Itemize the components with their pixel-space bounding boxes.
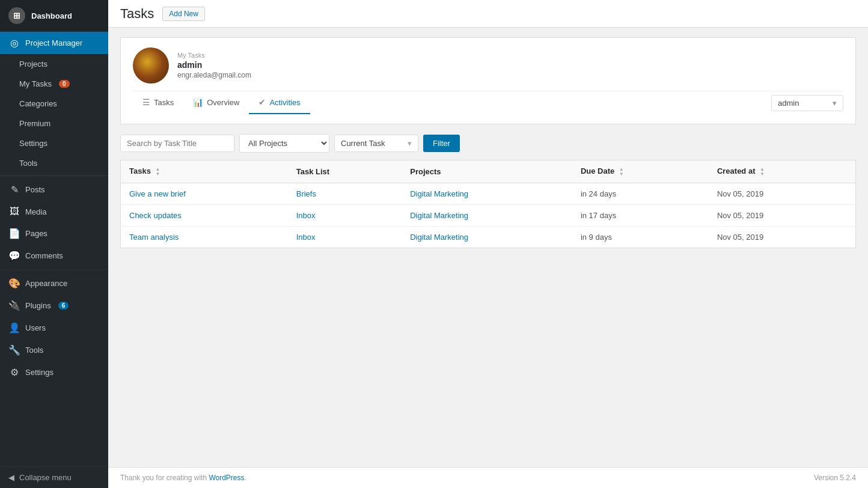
task-link-0[interactable]: Give a new brief bbox=[129, 189, 186, 198]
task-list-link-2[interactable]: Inbox bbox=[296, 233, 316, 242]
pages-icon: 📄 bbox=[8, 228, 20, 239]
sidebar-item-project-manager[interactable]: ◎ Project Manager bbox=[0, 32, 108, 54]
appearance-icon: 🎨 bbox=[8, 278, 20, 289]
filter-bar: All Projects Current Task ▾ Filter bbox=[120, 134, 856, 153]
sidebar-item-premium[interactable]: Premium bbox=[0, 114, 108, 133]
sidebar-comments-label: Comments bbox=[25, 251, 63, 260]
sidebar-item-pages[interactable]: 📄 Pages bbox=[0, 222, 108, 245]
admin-dropdown[interactable]: admin ▾ bbox=[771, 95, 843, 111]
cell-created-at-0: Nov 05, 2019 bbox=[709, 183, 856, 204]
sidebar-item-users[interactable]: 👤 Users bbox=[0, 317, 108, 339]
sidebar-categories-label: Categories bbox=[19, 99, 57, 108]
project-link-2[interactable]: Digital Marketing bbox=[410, 233, 468, 242]
cell-task-list-1: Inbox bbox=[288, 204, 402, 226]
tab-overview-label: Overview bbox=[207, 98, 239, 107]
sidebar-premium-label: Premium bbox=[19, 119, 50, 128]
tasks-tab-icon: ☰ bbox=[142, 97, 150, 107]
profile-card: My Tasks admin engr.aleda@gmail.com ☰ Ta… bbox=[120, 37, 856, 124]
footer: Thank you for creating with WordPress. V… bbox=[108, 467, 868, 488]
sidebar-item-appearance[interactable]: 🎨 Appearance bbox=[0, 272, 108, 294]
project-link-1[interactable]: Digital Marketing bbox=[410, 211, 468, 220]
col-tasks[interactable]: Tasks ▲▼ bbox=[121, 160, 288, 183]
dashboard-icon: ⊞ bbox=[8, 7, 25, 24]
sidebar-plugins-label: Plugins bbox=[25, 301, 51, 310]
sidebar-item-dashboard[interactable]: ⊞ Dashboard bbox=[0, 0, 108, 32]
task-status-chevron-icon: ▾ bbox=[408, 139, 412, 148]
sidebar-divider-1 bbox=[0, 175, 108, 176]
col-due-date[interactable]: Due Date ▲▼ bbox=[572, 160, 709, 183]
sidebar-pages-label: Pages bbox=[25, 229, 47, 238]
cell-created-at-2: Nov 05, 2019 bbox=[709, 226, 856, 248]
table-body: Give a new brief Briefs Digital Marketin… bbox=[121, 183, 856, 248]
admin-dropdown-value: admin bbox=[778, 99, 799, 108]
sidebar-item-settings-pm[interactable]: Settings bbox=[0, 133, 108, 153]
tab-tasks-label: Tasks bbox=[154, 98, 174, 107]
collapse-arrow-icon: ◀ bbox=[8, 473, 14, 482]
sidebar-users-label: Users bbox=[25, 323, 46, 332]
task-status-label: Current Task bbox=[341, 139, 385, 148]
sidebar-item-settings[interactable]: ⚙ Settings bbox=[0, 361, 108, 383]
sidebar-divider-2 bbox=[0, 269, 108, 270]
sidebar-appearance-label: Appearance bbox=[25, 279, 67, 288]
sidebar-item-posts[interactable]: ✎ Posts bbox=[0, 178, 108, 201]
task-status-select[interactable]: Current Task ▾ bbox=[334, 135, 418, 152]
tasks-sort-icon: ▲▼ bbox=[156, 167, 160, 177]
sidebar: ⊞ Dashboard ◎ Project Manager Projects M… bbox=[0, 0, 108, 488]
col-task-list[interactable]: Task List bbox=[288, 160, 402, 183]
settings-icon: ⚙ bbox=[8, 367, 20, 378]
cell-task-list-2: Inbox bbox=[288, 226, 402, 248]
profile-section-label: My Tasks bbox=[177, 52, 251, 59]
sidebar-my-tasks-label: My Tasks bbox=[19, 79, 52, 88]
task-link-2[interactable]: Team analysis bbox=[129, 233, 179, 242]
cell-task-1: Check updates bbox=[121, 204, 288, 226]
tab-activities[interactable]: ✔ Activities bbox=[249, 91, 310, 114]
version-text: Version 5.2.4 bbox=[814, 474, 856, 482]
sidebar-spacer bbox=[0, 383, 108, 466]
sidebar-media-label: Media bbox=[25, 207, 46, 216]
profile-email: engr.aleda@gmail.com bbox=[177, 71, 251, 79]
table-header: Tasks ▲▼ Task List Projects Due Date ▲▼ bbox=[121, 160, 856, 183]
sidebar-item-categories[interactable]: Categories bbox=[0, 94, 108, 114]
tasks-table: Tasks ▲▼ Task List Projects Due Date ▲▼ bbox=[120, 160, 856, 248]
profile-name: admin bbox=[177, 60, 251, 70]
add-new-button[interactable]: Add New bbox=[162, 7, 205, 21]
cell-task-0: Give a new brief bbox=[121, 183, 288, 204]
cell-due-date-1: in 17 days bbox=[572, 204, 709, 226]
sidebar-item-projects[interactable]: Projects bbox=[0, 54, 108, 74]
tab-activities-label: Activities bbox=[269, 98, 300, 107]
profile-info: My Tasks admin engr.aleda@gmail.com bbox=[177, 52, 251, 79]
collapse-menu-button[interactable]: ◀ Collapse menu bbox=[0, 466, 108, 488]
sidebar-item-tools-pm[interactable]: Tools bbox=[0, 153, 108, 173]
sidebar-item-media[interactable]: 🖼 Media bbox=[0, 201, 108, 222]
project-manager-icon: ◎ bbox=[8, 37, 20, 49]
sidebar-item-plugins[interactable]: 🔌 Plugins 6 bbox=[0, 294, 108, 317]
cell-task-list-0: Briefs bbox=[288, 183, 402, 204]
col-projects[interactable]: Projects bbox=[402, 160, 572, 183]
task-list-link-1[interactable]: Inbox bbox=[296, 211, 316, 220]
chevron-down-icon: ▾ bbox=[833, 99, 837, 108]
filter-button[interactable]: Filter bbox=[423, 135, 460, 152]
tab-overview[interactable]: 📊 Overview bbox=[183, 91, 249, 114]
tab-tasks[interactable]: ☰ Tasks bbox=[133, 91, 183, 114]
profile-top: My Tasks admin engr.aleda@gmail.com bbox=[133, 47, 843, 84]
projects-select[interactable]: All Projects bbox=[239, 134, 329, 153]
cell-created-at-1: Nov 05, 2019 bbox=[709, 204, 856, 226]
topbar: Tasks Add New bbox=[108, 0, 868, 28]
cell-due-date-2: in 9 days bbox=[572, 226, 709, 248]
wordpress-link[interactable]: WordPress bbox=[209, 474, 244, 482]
sidebar-project-manager-label: Project Manager bbox=[25, 38, 82, 47]
page-title: Tasks bbox=[120, 7, 154, 20]
col-created-at[interactable]: Created at ▲▼ bbox=[709, 160, 856, 183]
sidebar-item-tools[interactable]: 🔧 Tools bbox=[0, 339, 108, 361]
search-input[interactable] bbox=[120, 135, 234, 152]
tools-icon: 🔧 bbox=[8, 344, 20, 356]
task-link-1[interactable]: Check updates bbox=[129, 211, 182, 220]
task-list-link-0[interactable]: Briefs bbox=[296, 189, 316, 198]
users-icon: 👤 bbox=[8, 322, 20, 334]
overview-tab-icon: 📊 bbox=[193, 97, 203, 107]
project-link-0[interactable]: Digital Marketing bbox=[410, 189, 468, 198]
sidebar-item-my-tasks[interactable]: My Tasks 0 bbox=[0, 74, 108, 94]
activities-tab-icon: ✔ bbox=[258, 97, 266, 107]
sidebar-item-comments[interactable]: 💬 Comments bbox=[0, 245, 108, 267]
sidebar-settings-label: Settings bbox=[25, 368, 53, 377]
